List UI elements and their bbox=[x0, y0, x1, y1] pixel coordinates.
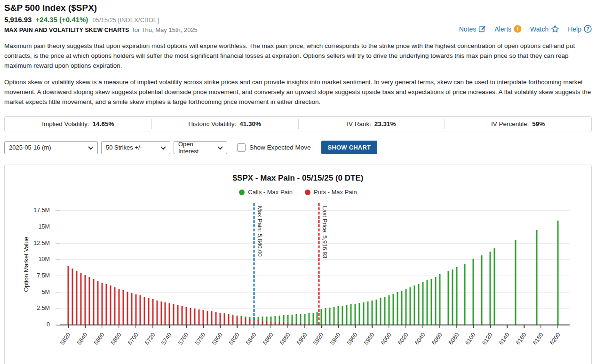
x-tick-label: 6040 bbox=[408, 332, 426, 354]
legend-puts[interactable]: Puts - Max Pain bbox=[305, 189, 357, 196]
alert-badge-icon: ! bbox=[514, 25, 522, 33]
y-tick-label: 7.5M bbox=[37, 272, 50, 279]
y-tick-mark bbox=[56, 324, 60, 325]
section-date: for Thu, May 15th, 2025 bbox=[133, 26, 198, 33]
skew-description: Options skew or volatility skew is a mea… bbox=[4, 77, 592, 107]
y-tick-label: 15M bbox=[39, 223, 50, 230]
help-link[interactable]: Help ? bbox=[568, 25, 592, 33]
metric-select[interactable]: Open Interest bbox=[174, 141, 227, 154]
call-bar-6100 bbox=[473, 259, 474, 324]
x-tick-label: 6180 bbox=[526, 332, 545, 354]
put-bar-5875 bbox=[283, 322, 284, 324]
put-bar-5670 bbox=[110, 285, 111, 324]
call-bar-5965 bbox=[359, 303, 360, 324]
call-bar-5955 bbox=[350, 304, 352, 324]
put-bar-5715 bbox=[148, 298, 149, 324]
call-bar-6005 bbox=[392, 294, 394, 324]
stat-iv-percentile: IV Percentile: 59% bbox=[445, 117, 591, 132]
put-bar-5770 bbox=[194, 309, 196, 324]
stat-implied-volatility: Implied Volatility: 14.65% bbox=[5, 117, 151, 132]
strikes-select[interactable]: 50 Strikes +/- bbox=[101, 141, 170, 154]
gridline bbox=[56, 243, 570, 244]
x-tick bbox=[557, 324, 558, 328]
put-bar-5815 bbox=[232, 316, 234, 324]
call-bar-5985 bbox=[376, 300, 377, 324]
expected-move-toggle[interactable]: Show Expected Move bbox=[237, 143, 311, 152]
x-tick bbox=[456, 324, 457, 328]
call-bar-6080 bbox=[456, 267, 457, 324]
chart-controls: 2025-05-16 (m) 50 Strikes +/- Open Inter… bbox=[4, 141, 592, 154]
put-bar-5705 bbox=[139, 295, 141, 324]
x-tick bbox=[372, 324, 373, 328]
section-title: MAX PAIN AND VOLATILITY SKEW CHARTS bbox=[4, 27, 129, 33]
put-bar-5800 bbox=[220, 313, 221, 324]
put-bar-5665 bbox=[105, 284, 107, 324]
x-tick bbox=[507, 324, 508, 328]
put-bar-5865 bbox=[274, 322, 276, 324]
put-bar-5895 bbox=[300, 323, 301, 324]
put-bar-5740 bbox=[169, 303, 170, 324]
call-bar-5945 bbox=[342, 306, 343, 324]
y-tick-mark bbox=[56, 276, 60, 276]
put-bar-5870 bbox=[278, 322, 280, 324]
x-tick bbox=[540, 324, 541, 328]
call-bar-6070 bbox=[447, 271, 449, 324]
x-tick-label: 5680 bbox=[104, 332, 123, 354]
y-tick-mark bbox=[56, 210, 60, 211]
notes-icon bbox=[478, 25, 486, 33]
last-price: 5,916.93 bbox=[4, 16, 32, 24]
call-bar-6075 bbox=[452, 269, 453, 324]
notes-link[interactable]: Notes bbox=[459, 25, 486, 33]
stat-value: 41.30% bbox=[239, 120, 261, 127]
x-tick bbox=[203, 324, 204, 328]
x-tick-label: 5760 bbox=[172, 332, 190, 354]
gridline bbox=[56, 259, 570, 260]
alerts-link[interactable]: Alerts ! bbox=[494, 25, 522, 33]
x-tick-label: 6020 bbox=[391, 332, 410, 354]
call-bar-5875 bbox=[283, 315, 284, 322]
header: S&P 500 Index ($SPX) 5,916.93 +24.35 (+0… bbox=[4, 3, 592, 33]
expected-move-label: Show Expected Move bbox=[249, 144, 311, 151]
call-bar-6090 bbox=[464, 264, 466, 324]
put-bar-5775 bbox=[199, 309, 200, 324]
y-tick-label: 12.5M bbox=[33, 240, 50, 246]
x-tick bbox=[321, 324, 322, 328]
call-bar-6125 bbox=[494, 248, 495, 324]
x-tick-label: 5720 bbox=[138, 332, 156, 354]
plot-area: 02.5M5M7.5M10M12.5M15M17.5M5620564056605… bbox=[56, 203, 570, 325]
x-tick-label: 6100 bbox=[459, 332, 477, 354]
x-tick bbox=[439, 324, 440, 328]
last-price-line bbox=[318, 203, 319, 324]
expected-move-checkbox[interactable] bbox=[237, 143, 246, 152]
put-bar-5780 bbox=[203, 310, 204, 324]
x-tick bbox=[422, 324, 423, 328]
x-tick bbox=[169, 324, 170, 328]
put-bar-5730 bbox=[160, 301, 162, 324]
gridline bbox=[56, 308, 570, 309]
show-chart-button[interactable]: SHOW CHART bbox=[321, 141, 378, 154]
page: S&P 500 Index ($SPX) 5,916.93 +24.35 (+0… bbox=[0, 0, 596, 364]
x-tick-label: 6200 bbox=[543, 332, 562, 354]
chevron-down-icon bbox=[217, 144, 223, 149]
y-tick-mark bbox=[56, 227, 60, 227]
x-tick bbox=[237, 324, 238, 328]
expiration-select[interactable]: 2025-05-16 (m) bbox=[4, 141, 98, 154]
put-bar-5805 bbox=[224, 314, 225, 324]
stat-value: 23.31% bbox=[374, 120, 396, 127]
put-bar-5640 bbox=[85, 275, 86, 324]
call-bar-6120 bbox=[490, 252, 491, 324]
put-bar-5735 bbox=[165, 302, 166, 324]
watch-link[interactable]: Watch bbox=[530, 25, 559, 33]
volatility-stats-bar: Implied Volatility: 14.65% Historic Vola… bbox=[4, 116, 592, 132]
section-line: MAX PAIN AND VOLATILITY SKEW CHARTS for … bbox=[4, 26, 198, 33]
legend-puts-label: Puts - Max Pain bbox=[314, 189, 357, 196]
x-tick bbox=[270, 324, 271, 328]
watch-link-label: Watch bbox=[530, 25, 548, 33]
call-bar-6050 bbox=[430, 279, 432, 324]
x-tick-label: 5880 bbox=[273, 332, 291, 354]
legend-calls[interactable]: Calls - Max Pain bbox=[239, 189, 293, 196]
y-tick-label: 0 bbox=[47, 321, 50, 328]
x-tick-label: 5920 bbox=[307, 332, 325, 354]
call-bar-5880 bbox=[287, 315, 288, 323]
call-bar-6015 bbox=[401, 291, 402, 324]
